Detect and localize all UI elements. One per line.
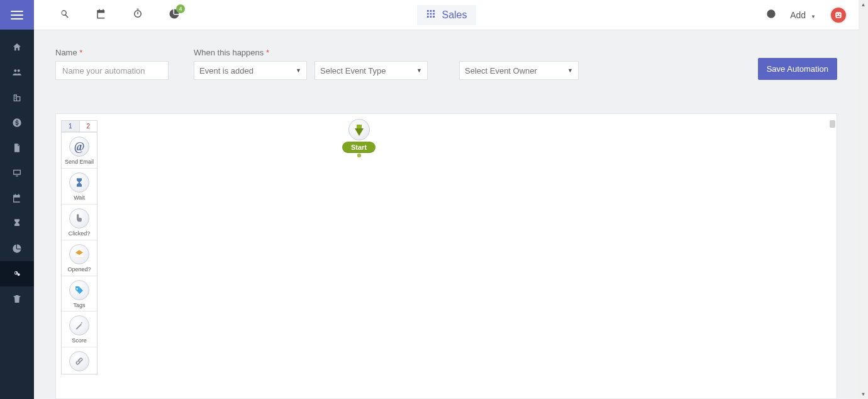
palette-item-send-email[interactable]: @ Send Email [62,132,97,168]
palette-label-wait: Wait [72,195,86,201]
sidebar-item-documents[interactable] [0,135,34,160]
start-chip-label: Start [342,142,376,153]
start-node[interactable]: Start [342,119,376,157]
trigger-select[interactable]: Event is added ▼ [194,61,307,80]
link-icon [69,351,89,371]
chevron-down-icon: ▼ [416,67,422,74]
trigger-label: When this happens * [194,48,428,57]
hourglass-icon [69,172,89,193]
event-owner-field-group: Select Event Owner ▼ [459,48,579,80]
avatar[interactable] [830,6,847,24]
sidebar-nav [0,30,34,312]
start-circle-icon [348,119,370,140]
event-type-select[interactable]: Select Event Type ▼ [314,61,428,80]
save-automation-button[interactable]: Save Automation [758,58,837,80]
top-header: 4 Sales Add [34,0,859,30]
hand-click-icon [69,208,89,228]
pie-chart-icon [12,244,22,254]
dollar-icon [12,118,22,128]
stopwatch-icon [132,8,143,20]
palette-label-opened: Opened? [66,267,92,273]
timer-button[interactable] [132,8,143,22]
header-right-group: Add [766,6,859,24]
home-icon [12,42,22,52]
palette-label-score: Score [70,338,88,344]
hourglass-icon [12,218,22,228]
trash-icon [12,294,22,304]
palette-item-clicked[interactable]: Clicked? [62,204,97,240]
automation-form-row: Name * When this happens * Event is adde… [34,30,859,94]
chevron-down-icon [808,10,816,20]
automation-name-input[interactable] [55,61,169,80]
sidebar-item-calendar[interactable] [0,186,34,211]
menu-toggle-button[interactable] [0,0,34,30]
people-icon [12,67,22,77]
sidebar-item-web[interactable] [0,160,34,186]
palette-item-tags[interactable]: Tags [62,276,97,312]
scroll-up-arrow[interactable]: ▲ [859,0,868,9]
node-palette: 1 2 @ Send Email Wait Clicked? [61,120,97,374]
svg-point-2 [839,13,840,14]
palette-label-tags: Tags [72,303,86,309]
palette-tab-1[interactable]: 1 [62,121,79,132]
event-owner-placeholder: Select Event Owner [465,66,537,76]
theme-toggle-button[interactable] [766,9,776,21]
sidebar-item-deals[interactable] [0,110,34,135]
trigger-select-value: Event is added [199,66,253,76]
workflow-canvas[interactable]: 1 2 @ Send Email Wait Clicked? [55,113,837,399]
svg-rect-3 [837,16,840,17]
gears-icon [12,269,22,279]
chevron-down-icon: ▼ [567,67,573,74]
start-connector-handle[interactable] [357,154,361,157]
app-switcher-label: Sales [442,9,467,21]
content-area: Name * When this happens * Event is adde… [34,30,859,399]
sidebar-item-reports[interactable] [0,236,34,261]
header-left-group: 4 [34,8,180,22]
palette-label-send-email: Send Email [64,159,95,166]
sidebar-item-activities[interactable] [0,211,34,236]
palette-label-clicked: Clicked? [67,231,92,237]
document-icon [12,143,22,153]
scroll-down-arrow[interactable]: ▼ [859,390,868,399]
palette-item-opened[interactable]: Opened? [62,240,97,276]
palette-item-wait[interactable]: Wait [62,168,97,204]
tag-icon [69,280,89,300]
sidebar-item-trash[interactable] [0,286,34,312]
wand-icon [69,315,89,335]
chevron-down-icon: ▼ [296,67,301,74]
search-icon [59,8,70,20]
apps-grid-icon [425,9,435,21]
envelope-open-icon [69,244,89,264]
name-field-group: Name * [55,48,169,80]
app-switcher[interactable]: Sales [416,5,476,25]
trigger-field-group: When this happens * Event is added ▼ Sel… [194,48,428,80]
left-sidebar [0,0,34,399]
palette-tabs: 1 2 [62,121,97,132]
add-button-label: Add [790,10,806,20]
palette-item-score[interactable]: Score [62,311,97,347]
avatar-face-icon [833,10,843,20]
calendar-button[interactable] [96,8,107,22]
sidebar-item-home[interactable] [0,35,34,60]
sidebar-item-automation[interactable] [0,261,34,286]
palette-item-link[interactable] [62,347,97,374]
calendar-icon [12,193,22,203]
calendar-outline-icon [96,8,107,20]
name-label: Name * [55,48,169,57]
building-icon [12,93,22,103]
spacer-label [459,48,579,57]
search-button[interactable] [59,8,70,22]
canvas-scroll-thumb[interactable] [830,120,835,128]
sidebar-item-contacts[interactable] [0,60,34,85]
add-button[interactable]: Add [790,10,816,20]
window-scrollbar: ▲ ▼ [859,0,868,399]
monitor-icon [12,168,22,178]
at-sign-icon: @ [69,137,89,157]
event-type-placeholder: Select Event Type [320,66,386,76]
event-owner-select[interactable]: Select Event Owner ▼ [459,61,579,80]
svg-point-1 [837,13,838,14]
notification-badge: 4 [176,4,185,13]
reports-button[interactable]: 4 [169,8,180,22]
palette-tab-2[interactable]: 2 [79,121,97,132]
sidebar-item-companies[interactable] [0,85,34,110]
